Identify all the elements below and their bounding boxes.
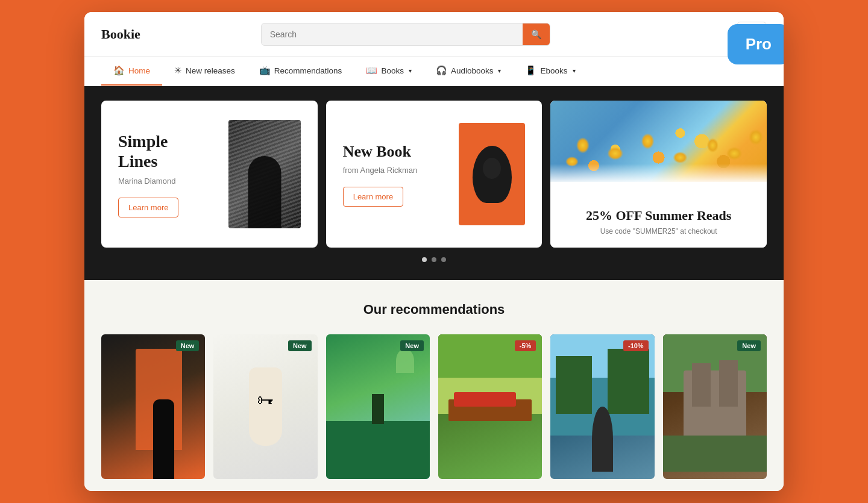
search-button[interactable]: 🔍: [523, 23, 550, 45]
sparkle-icon: ✳: [174, 65, 182, 76]
hero-card-simple-lines: SimpleLines Marina Diamond Learn more: [101, 101, 318, 248]
hero-card-summer: 25% OFF Summer Reads Use code "SUMMER25"…: [550, 101, 767, 248]
book-cover-bg-3: [326, 334, 430, 478]
book-card-6[interactable]: New: [663, 334, 767, 478]
logo: Bookie: [101, 27, 162, 42]
book-badge-2: New: [288, 340, 312, 351]
nav-item-ebooks[interactable]: 📱 Ebooks ▾: [513, 57, 587, 86]
nav-label-ebooks: Ebooks: [540, 66, 567, 75]
book-card-2[interactable]: 🗝 New: [213, 334, 317, 478]
pro-label: Pro: [746, 35, 772, 53]
book-badge-3: New: [400, 340, 424, 351]
flower-fade: [550, 164, 767, 182]
nav-label-new-releases: New releases: [186, 66, 235, 75]
hero-subtitle-2: from Angela Rickman: [343, 166, 459, 175]
book-card-1[interactable]: New: [101, 334, 205, 478]
browser-window: Pro Bookie 🔍 🛒 🏠 Home ✳ New releases 📺 R…: [84, 12, 784, 490]
hero-card-new-book: New Book from Angela Rickman Learn more: [326, 101, 542, 248]
plant-figure: [396, 349, 414, 373]
green-ground: [326, 421, 430, 479]
ground-trees: [663, 436, 767, 472]
hero-author-1: Marina Diamond: [118, 177, 228, 186]
dot-2[interactable]: [432, 257, 436, 262]
castle-tower-l: [692, 363, 711, 407]
book-cover-bg-4: [438, 334, 542, 478]
castle-tower-r: [719, 360, 738, 407]
nav-item-home[interactable]: 🏠 Home: [101, 57, 162, 86]
person-silhouette: [592, 407, 612, 472]
silhouette-2: [372, 394, 384, 424]
hero-card-text-2: New Book from Angela Rickman Learn more: [343, 142, 459, 207]
book-cover-bg-2: 🗝: [213, 334, 317, 478]
hero-cards: SimpleLines Marina Diamond Learn more Ne…: [101, 101, 767, 248]
search-icon: 🔍: [531, 30, 541, 39]
dot-1[interactable]: [422, 257, 427, 262]
mountain-l: [556, 356, 592, 414]
hero-dots: [101, 257, 767, 262]
screen-icon: 📺: [259, 65, 271, 76]
book-card-5[interactable]: -10%: [550, 334, 654, 478]
book-cover-bg-5: [550, 334, 654, 478]
hero-book-cover-2: [459, 123, 525, 225]
nav-label-recommendations: Recommendations: [274, 66, 342, 75]
nav-item-audiobooks[interactable]: 🎧 Audiobooks ▾: [424, 57, 514, 86]
search-bar: 🔍: [261, 23, 550, 46]
learn-more-button-2[interactable]: Learn more: [343, 187, 403, 207]
book-cover-bg-1: [101, 334, 205, 478]
book-badge-5: -10%: [623, 340, 649, 351]
book-badge-6: New: [737, 340, 761, 351]
dot-3[interactable]: [441, 257, 446, 262]
book-icon: 📖: [366, 65, 377, 76]
train: [454, 392, 516, 407]
mask-figure: [473, 146, 512, 203]
main-nav: 🏠 Home ✳ New releases 📺 Recommendations …: [84, 57, 784, 86]
mountain-r: [608, 349, 649, 414]
nav-item-recommendations[interactable]: 📺 Recommendations: [247, 57, 354, 86]
key-icon: 🗝: [257, 390, 274, 410]
headphones-icon: 🎧: [436, 65, 447, 76]
book-cover-bg-6: [663, 334, 767, 478]
summer-subtitle: Use code "SUMMER25" at checkout: [565, 227, 752, 236]
nav-label-home: Home: [128, 66, 150, 75]
book-grid: New 🗝 New New: [101, 334, 767, 478]
nav-label-books: Books: [381, 66, 404, 75]
book-card-3[interactable]: New: [326, 334, 430, 478]
book-badge-1: New: [176, 340, 200, 351]
pro-badge: Pro: [728, 24, 784, 64]
chevron-down-icon: ▾: [409, 67, 412, 74]
silhouette-person-1: [153, 399, 174, 479]
book-badge-4: -5%: [515, 340, 536, 351]
book-card-4[interactable]: -5%: [438, 334, 542, 478]
header: Bookie 🔍 🛒: [84, 12, 784, 57]
search-input[interactable]: [262, 23, 523, 45]
home-icon: 🏠: [113, 65, 125, 76]
hero-title-2: New Book: [343, 142, 459, 161]
hero-card-text-1: SimpleLines Marina Diamond Learn more: [118, 131, 228, 217]
book-figure-1: [248, 156, 281, 228]
hero-section: SimpleLines Marina Diamond Learn more Ne…: [84, 86, 784, 280]
learn-more-button-1[interactable]: Learn more: [118, 198, 178, 217]
summer-title: 25% OFF Summer Reads: [565, 208, 752, 223]
section-title: Our recommendations: [101, 302, 767, 317]
hand-figure: 🗝: [249, 367, 282, 446]
ebook-icon: 📱: [525, 65, 536, 76]
hero-book-cover-1: [228, 120, 301, 228]
hero-title-1: SimpleLines: [118, 131, 228, 172]
chevron-down-icon-3: ▾: [573, 67, 576, 74]
summer-text: 25% OFF Summer Reads Use code "SUMMER25"…: [550, 196, 767, 248]
mask-hole: [483, 158, 501, 179]
nav-item-new-releases[interactable]: ✳ New releases: [162, 57, 247, 86]
nav-label-audiobooks: Audiobooks: [451, 66, 494, 75]
chevron-down-icon-2: ▾: [498, 67, 501, 74]
flowers-bg: [550, 101, 767, 181]
recommendations-section: Our recommendations New 🗝 New: [84, 280, 784, 490]
nav-item-books[interactable]: 📖 Books ▾: [354, 57, 424, 86]
